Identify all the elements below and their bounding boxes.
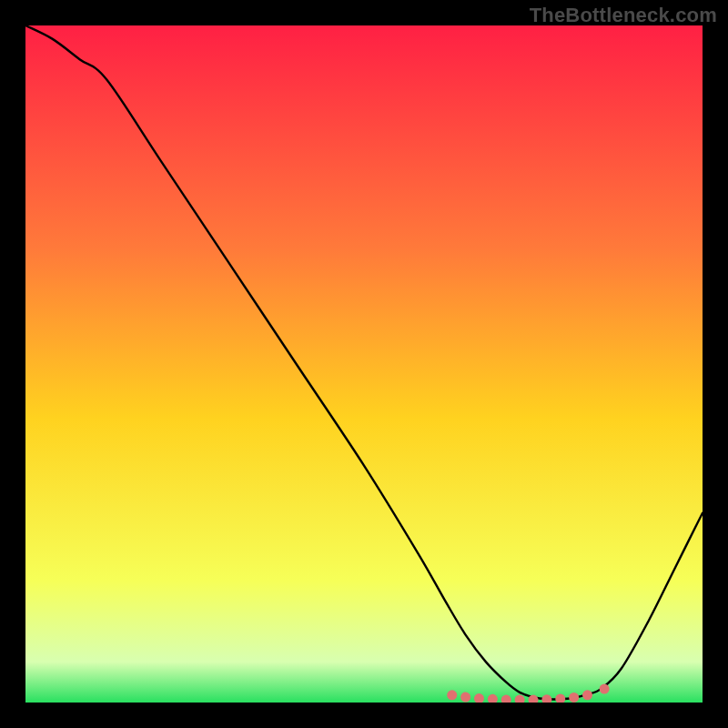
valley-marker <box>582 690 592 700</box>
valley-marker <box>447 690 457 700</box>
plot-area <box>25 25 703 703</box>
chart-svg <box>25 25 703 703</box>
watermark-text: TheBottleneck.com <box>530 4 717 27</box>
valley-marker <box>569 693 579 703</box>
valley-marker <box>460 693 470 703</box>
gradient-background <box>25 25 703 703</box>
valley-marker <box>600 684 610 694</box>
chart-frame: TheBottleneck.com <box>0 0 728 728</box>
